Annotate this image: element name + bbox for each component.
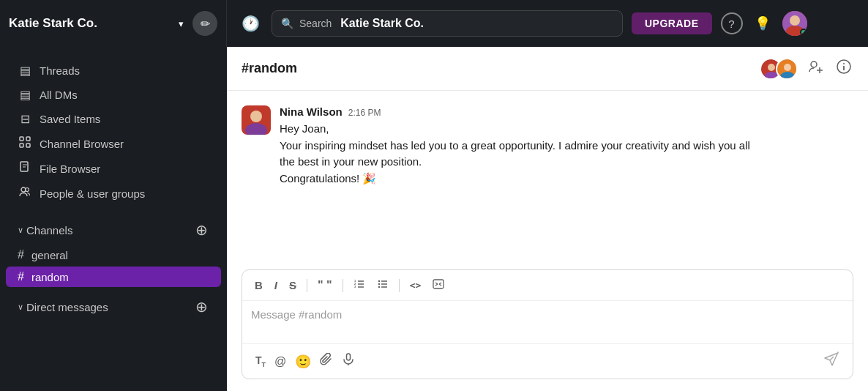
mention-button[interactable]: @ <box>270 352 291 371</box>
channel-info-button[interactable] <box>834 57 853 80</box>
bold-button[interactable]: B <box>251 277 266 294</box>
add-member-button[interactable] <box>807 57 826 80</box>
send-button[interactable] <box>819 349 844 374</box>
channel-item-general[interactable]: # general <box>6 245 221 265</box>
svg-rect-37 <box>433 280 444 288</box>
top-bar-right: 🕐 🔍 Search Katie Stark Co. UPGRADE ? 💡 <box>227 10 868 37</box>
channel-item-random[interactable]: # random <box>6 267 221 287</box>
message-body: Hey Joan, Your inspiring mindset has led… <box>280 121 853 187</box>
svg-point-34 <box>378 280 379 282</box>
composer-bottom-bar: TT @ 🙂 <box>242 343 853 379</box>
toolbar-separator-3 <box>399 279 400 292</box>
search-keyword: Katie Stark Co. <box>340 17 424 30</box>
sidebar-item-people-groups[interactable]: People & user groups <box>6 182 221 205</box>
upgrade-button[interactable]: UPGRADE <box>632 12 712 34</box>
attachment-button[interactable] <box>315 350 337 373</box>
strikethrough-button[interactable]: S <box>285 277 300 294</box>
message-line1: Hey Joan, <box>280 122 329 135</box>
svg-point-36 <box>378 286 379 288</box>
svg-point-35 <box>378 283 379 285</box>
history-button[interactable]: 🕐 <box>239 12 263 35</box>
svg-line-44 <box>830 357 834 360</box>
search-label: Search <box>299 18 334 29</box>
messages-area: Nina Wilson 2:16 PM Hey Joan, Your inspi… <box>227 91 868 261</box>
sidebar-item-saved-items[interactable]: ⊟ Saved Items <box>6 108 221 130</box>
svg-line-39 <box>435 284 438 286</box>
svg-line-41 <box>439 284 441 286</box>
message-content: Nina Wilson 2:16 PM Hey Joan, Your inspi… <box>280 105 853 187</box>
content-area: #random <box>227 47 868 391</box>
message-author-avatar <box>242 105 271 135</box>
text-format-button[interactable]: TT <box>251 351 270 371</box>
sidebar-item-filebrowser-label: File Browser <box>40 163 100 175</box>
message-row: Nina Wilson 2:16 PM Hey Joan, Your inspi… <box>242 105 853 187</box>
sidebar: ▤ Threads ▤ All DMs ⊟ Saved Items Channe… <box>0 47 227 391</box>
sidebar-item-channel-browser[interactable]: Channel Browser <box>6 132 221 155</box>
svg-rect-4 <box>26 137 30 141</box>
add-channel-button[interactable]: ⊕ <box>194 221 209 239</box>
message-author-name: Nina Wilson <box>280 105 343 118</box>
sidebar-item-all-dms[interactable]: ▤ All DMs <box>6 83 221 106</box>
toolbar-separator-2 <box>343 279 343 292</box>
channel-name-random: random <box>31 271 69 283</box>
message-line3: the best in your new position. <box>280 155 422 168</box>
message-line4: Congratulations! 🎉 <box>280 172 376 185</box>
message-input-box: B I S " " 1 2 3 <box>242 269 853 379</box>
dm-section-label: Direct messages <box>26 301 194 313</box>
online-indicator <box>800 29 807 36</box>
dms-icon: ▤ <box>18 88 32 102</box>
threads-icon: ▤ <box>18 64 32 78</box>
add-dm-button[interactable]: ⊕ <box>194 298 209 316</box>
channels-section-label: Channels <box>26 224 194 237</box>
sidebar-item-file-browser[interactable]: File Browser <box>6 157 221 180</box>
help-button[interactable]: ? <box>721 12 743 34</box>
svg-text:3: 3 <box>354 285 356 288</box>
voice-button[interactable] <box>337 350 359 373</box>
emoji-button[interactable]: 🙂 <box>291 351 315 373</box>
message-timestamp: 2:16 PM <box>348 108 381 118</box>
svg-point-16 <box>811 62 817 67</box>
code-block-button[interactable] <box>429 276 448 294</box>
channel-hash-icon: # <box>18 248 24 261</box>
main-area: ▤ Threads ▤ All DMs ⊟ Saved Items Channe… <box>0 47 868 391</box>
dm-chevron-icon: ∨ <box>18 302 23 312</box>
blockquote-button[interactable]: " " <box>314 277 336 294</box>
member-avatars <box>760 58 798 80</box>
svg-point-11 <box>768 64 775 71</box>
message-line2: Your inspiring mindset has led you to a … <box>280 139 750 152</box>
svg-point-14 <box>784 64 791 71</box>
sidebar-item-people-label: People & user groups <box>40 187 145 200</box>
italic-button[interactable]: I <box>271 277 281 294</box>
member-avatar-2 <box>776 58 798 80</box>
people-icon <box>18 186 32 201</box>
search-icon: 🔍 <box>281 18 293 29</box>
sidebar-item-threads-label: Threads <box>40 64 80 77</box>
channel-name-general: general <box>31 249 68 261</box>
composer-toolbar: B I S " " 1 2 3 <box>242 270 853 301</box>
user-avatar[interactable] <box>782 11 807 36</box>
channel-header: #random <box>227 47 868 91</box>
workspace-section: Katie Stark Co. ▾ ✏ <box>0 0 227 47</box>
sidebar-item-channelbrowser-label: Channel Browser <box>40 138 124 150</box>
saved-icon: ⊟ <box>18 112 32 126</box>
search-bar[interactable]: 🔍 Search Katie Stark Co. <box>272 10 623 37</box>
svg-point-23 <box>250 111 262 122</box>
unordered-list-button[interactable] <box>373 276 392 294</box>
svg-rect-42 <box>347 354 351 360</box>
channel-title: #random <box>242 61 760 76</box>
sidebar-item-threads[interactable]: ▤ Threads <box>6 59 221 82</box>
composer-area: B I S " " 1 2 3 <box>227 261 868 391</box>
message-meta: Nina Wilson 2:16 PM <box>280 105 853 118</box>
channel-hash-icon: # <box>18 270 24 283</box>
toolbar-separator-1 <box>307 279 307 292</box>
workspace-chevron-icon: ▾ <box>179 18 184 29</box>
top-bar: Katie Stark Co. ▾ ✏ 🕐 🔍 Search Katie Sta… <box>0 0 868 47</box>
dm-section-header[interactable]: ∨ Direct messages ⊕ <box>6 294 221 320</box>
edit-workspace-button[interactable]: ✏ <box>192 11 217 36</box>
code-button[interactable]: <> <box>406 278 425 293</box>
message-text-input[interactable] <box>242 301 853 340</box>
ordered-list-button[interactable]: 1 2 3 <box>350 276 369 294</box>
notifications-button[interactable]: 💡 <box>752 12 774 34</box>
svg-rect-6 <box>26 144 30 147</box>
channels-section-header[interactable]: ∨ Channels ⊕ <box>6 217 221 243</box>
